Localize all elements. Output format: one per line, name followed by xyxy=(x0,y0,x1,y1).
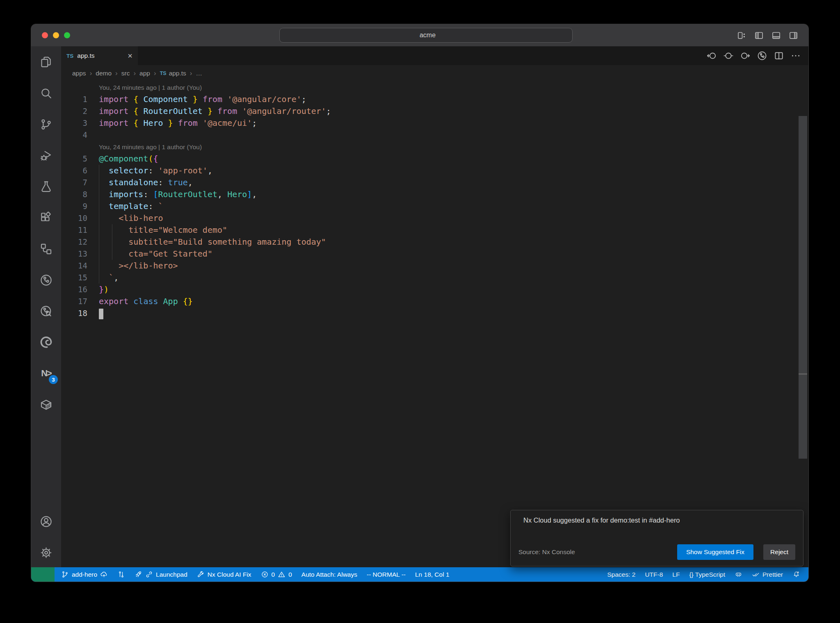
breadcrumb-separator: › xyxy=(133,69,136,77)
activity-item-debug[interactable] xyxy=(31,140,61,171)
copilot-icon xyxy=(735,571,742,578)
code-line: 12 subtitle="Build something amazing tod… xyxy=(61,236,808,248)
code-line: 5@Component({ xyxy=(61,153,808,165)
typescript-file-icon: TS xyxy=(160,70,167,76)
split-editor-icon[interactable] xyxy=(774,50,784,61)
gitlens-codelens[interactable]: You, 24 minutes ago | 1 author (You) xyxy=(61,82,808,93)
layout-customize-icon[interactable] xyxy=(737,30,747,41)
line-number: 15 xyxy=(61,272,87,284)
tab-close-icon[interactable]: × xyxy=(128,52,132,60)
line-number: 12 xyxy=(61,236,87,248)
breadcrumb-item[interactable]: src xyxy=(121,70,130,77)
code-line: 9 template: ` xyxy=(61,200,808,212)
circle-dash-icon[interactable] xyxy=(723,50,734,61)
breadcrumb-item[interactable]: apps xyxy=(72,70,86,77)
extensions-icon xyxy=(39,211,53,225)
activity-item-account[interactable] xyxy=(31,506,61,537)
scrollbar-decoration xyxy=(799,373,807,375)
status-item-formatter[interactable]: Prettier xyxy=(749,571,785,578)
close-window-button[interactable] xyxy=(42,32,48,39)
activity-item-nx-console[interactable]: N>3 xyxy=(31,358,61,389)
minimize-window-button[interactable] xyxy=(53,32,59,39)
code-line: 10 <lib-hero xyxy=(61,212,808,224)
line-number: 10 xyxy=(61,212,87,224)
status-item-launchpad[interactable]: Launchpad xyxy=(132,571,190,578)
notification-toast: Nx Cloud suggested a fix for demo:test i… xyxy=(510,510,803,566)
status-item-nx-cloud-ai-fix[interactable]: Nx Cloud AI Fix xyxy=(194,571,254,578)
circle-arrow-right-icon[interactable] xyxy=(740,50,751,61)
breadcrumb-item[interactable]: … xyxy=(196,70,203,77)
status-item-auto-attach[interactable]: Auto Attach: Always xyxy=(299,571,360,578)
activity-item-container[interactable] xyxy=(31,389,61,420)
line-number: 13 xyxy=(61,248,87,260)
tab-bar: TS app.ts × xyxy=(61,46,808,65)
activity-item-flowchart[interactable] xyxy=(31,233,61,264)
line-number: 9 xyxy=(61,200,87,212)
status-item-copilot[interactable] xyxy=(732,571,745,578)
activity-item-gitlens-inspect[interactable] xyxy=(31,296,61,327)
gitlens-icon[interactable] xyxy=(757,50,767,61)
status-item-eol[interactable]: LF xyxy=(670,571,682,578)
check-double-icon xyxy=(752,571,760,578)
code-editor[interactable]: You, 24 minutes ago | 1 author (You)1imp… xyxy=(61,82,808,568)
layout-sidebar-left-icon[interactable] xyxy=(754,30,764,41)
status-item-encoding[interactable]: UTF-8 xyxy=(642,571,665,578)
breadcrumb-separator: › xyxy=(115,69,118,77)
warning-icon xyxy=(278,571,285,578)
activity-item-gitlens[interactable] xyxy=(31,264,61,296)
line-number: 1 xyxy=(61,93,87,105)
show-suggested-fix-button[interactable]: Show Suggested Fix xyxy=(677,544,753,560)
status-item-cursor-position[interactable]: Ln 18, Col 1 xyxy=(413,571,452,578)
line-number: 2 xyxy=(61,105,87,117)
code-line: 15 `, xyxy=(61,272,808,284)
line-number: 16 xyxy=(61,284,87,296)
breadcrumb-item[interactable]: demo xyxy=(96,70,112,77)
line-number: 18 xyxy=(61,307,87,319)
editor-scrollbar[interactable] xyxy=(799,116,807,459)
status-item-git-branch[interactable]: add-hero xyxy=(59,571,110,578)
status-item-notifications-bell[interactable] xyxy=(790,571,803,578)
circle-arrow-left-icon[interactable] xyxy=(706,50,717,61)
breadcrumb-item[interactable]: app xyxy=(139,70,150,77)
nx-badge: 3 xyxy=(49,375,58,384)
code-line: 14 ></lib-hero> xyxy=(61,260,808,272)
code-line: 1import { Component } from '@angular/cor… xyxy=(61,93,808,105)
reject-button[interactable]: Reject xyxy=(763,544,795,560)
gear-icon xyxy=(39,546,53,559)
tab-app-ts[interactable]: TS app.ts × xyxy=(61,46,138,65)
account-icon xyxy=(39,515,53,528)
activity-item-search[interactable] xyxy=(31,77,61,109)
layout-sidebar-right-icon[interactable] xyxy=(788,30,799,41)
activity-item-beaker[interactable] xyxy=(31,171,61,202)
status-item-problems[interactable]: 00 xyxy=(258,571,294,578)
gitlens-codelens[interactable]: You, 24 minutes ago | 1 author (You) xyxy=(61,141,808,153)
code-line: 16}) xyxy=(61,284,808,296)
zoom-window-button[interactable] xyxy=(64,32,70,39)
activity-item-files[interactable] xyxy=(31,46,61,77)
typescript-file-icon: TS xyxy=(66,53,73,59)
search-value: acme xyxy=(420,32,436,39)
source-control-icon xyxy=(39,118,53,131)
status-item-indentation[interactable]: Spaces: 2 xyxy=(605,571,638,578)
code-line: 18 xyxy=(61,307,808,319)
status-item-language[interactable]: {} TypeScript xyxy=(687,571,728,578)
breadcrumb-separator: › xyxy=(90,69,92,77)
activity-item-extensions[interactable] xyxy=(31,202,61,233)
titlebar[interactable]: acme xyxy=(31,24,808,46)
activity-item-source-control[interactable] xyxy=(31,109,61,140)
copilot-menu[interactable] xyxy=(580,24,582,46)
status-item-commit-graph[interactable] xyxy=(115,571,128,578)
activity-item-gear[interactable] xyxy=(31,537,61,568)
breadcrumb-item[interactable]: TSapp.ts xyxy=(160,70,186,77)
activity-bar: N>3 xyxy=(31,46,61,568)
text-cursor xyxy=(99,309,103,319)
code-line: 3import { Hero } from '@acme/ui'; xyxy=(61,117,808,129)
line-number: 4 xyxy=(61,129,87,141)
layout-panel-icon[interactable] xyxy=(771,30,781,41)
ellipsis-icon[interactable] xyxy=(790,50,801,61)
command-center-search[interactable]: acme xyxy=(279,28,573,43)
remote-indicator[interactable] xyxy=(31,567,55,582)
status-item-vim-mode[interactable]: -- NORMAL -- xyxy=(364,571,408,578)
activity-item-edge[interactable] xyxy=(31,327,61,358)
tab-label: app.ts xyxy=(77,52,94,59)
